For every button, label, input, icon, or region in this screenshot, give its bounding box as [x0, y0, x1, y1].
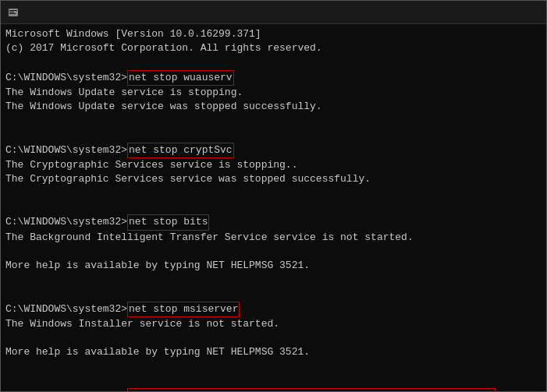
output-line: More help is available by typing NET HEL…: [5, 259, 542, 273]
prompt-text: C:\WINDOWS\system32>: [5, 71, 127, 85]
command-line: C:\WINDOWS\system32>ren C:\Windows\Softw…: [5, 388, 542, 391]
svg-rect-2: [9, 12, 14, 12]
svg-rect-1: [9, 10, 17, 11]
output-line: The Windows Installer service is not sta…: [5, 317, 542, 331]
command-line: C:\WINDOWS\system32>net stop bits: [5, 214, 542, 230]
empty-line: [5, 186, 542, 200]
command-line: C:\WINDOWS\system32>net stop wuauserv: [5, 70, 542, 86]
command-line: C:\WINDOWS\system32>net stop cryptSvc: [5, 143, 542, 158]
empty-line: [5, 374, 542, 388]
prompt-text: C:\WINDOWS\system32>: [5, 302, 127, 316]
window-icon: [7, 6, 20, 19]
output-line: More help is available by typing NET HEL…: [5, 345, 542, 359]
empty-line: [5, 245, 542, 259]
output-line: The Background Intelligent Transfer Serv…: [5, 231, 542, 245]
output-line: (c) 2017 Microsoft Corporation. All righ…: [5, 41, 542, 55]
output-line: The Cryptographic Services service is st…: [5, 158, 542, 172]
empty-line: [5, 273, 542, 287]
prompt-text: C:\WINDOWS\system32>: [5, 389, 127, 391]
command-text: net stop wuauserv: [127, 70, 234, 86]
console-output[interactable]: Microsoft Windows [Version 10.0.16299.37…: [1, 24, 546, 391]
close-button[interactable]: [504, 1, 540, 24]
minimize-button[interactable]: [432, 1, 468, 24]
prompt-text: C:\WINDOWS\system32>: [5, 143, 127, 157]
output-line: Microsoft Windows [Version 10.0.16299.37…: [5, 27, 542, 41]
maximize-button[interactable]: [468, 1, 504, 24]
command-text: net stop msiserver: [127, 302, 240, 317]
empty-line: [5, 331, 542, 345]
console-area: Microsoft Windows [Version 10.0.16299.37…: [1, 24, 546, 391]
empty-line: [5, 114, 542, 128]
svg-rect-3: [9, 13, 16, 14]
output-line: The Cryptographic Services service was s…: [5, 172, 542, 186]
title-bar: [1, 1, 546, 24]
empty-line: [5, 200, 542, 214]
command-prompt-window: Microsoft Windows [Version 10.0.16299.37…: [0, 0, 547, 392]
command-line: C:\WINDOWS\system32>net stop msiserver: [5, 302, 542, 317]
window-controls: [432, 1, 540, 24]
empty-line: [5, 128, 542, 142]
command-text: ren C:\Windows\SoftwareDistribution Soft…: [127, 388, 495, 391]
prompt-text: C:\WINDOWS\system32>: [5, 215, 127, 229]
command-text: net stop bits: [127, 214, 209, 230]
output-line: The Windows Update service was stopped s…: [5, 100, 542, 114]
empty-line: [5, 55, 542, 69]
output-line: The Windows Update service is stopping.: [5, 86, 542, 100]
empty-line: [5, 359, 542, 373]
empty-line: [5, 287, 542, 301]
command-text: net stop cryptSvc: [127, 143, 234, 158]
